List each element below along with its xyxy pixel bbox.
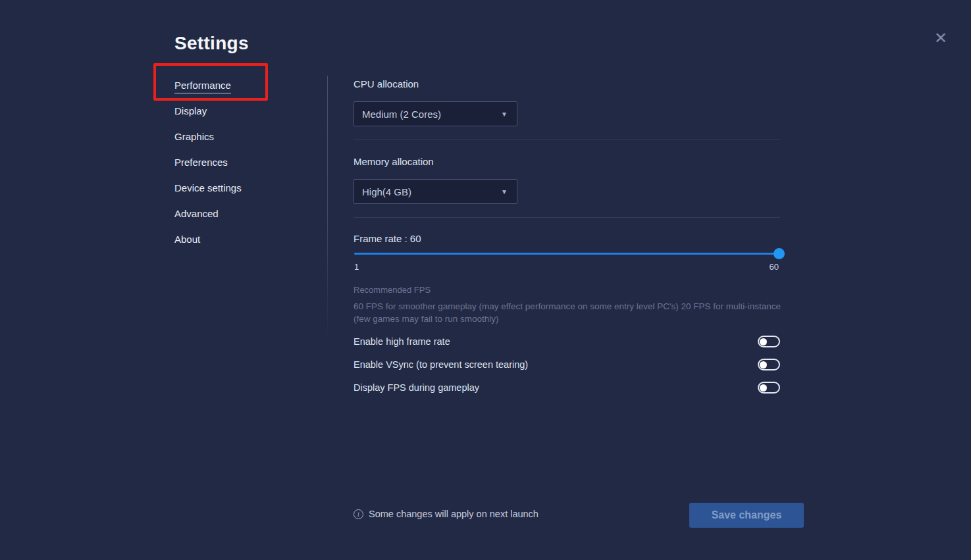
toggle-label: Enable high frame rate [354,336,450,347]
cpu-allocation-value: Medium (2 Cores) [362,109,441,120]
sidebar-item-label: Display [174,105,207,118]
toggle-knob [760,361,767,369]
toggle-knob [760,384,767,392]
slider-min-label: 1 [354,262,359,272]
frame-rate-label: Frame rate : 60 [354,233,421,244]
section-divider [354,139,780,140]
recommended-fps-title: Recommended FPS [354,285,431,295]
section-divider [354,217,780,218]
page-title: Settings [174,33,249,54]
save-changes-button[interactable]: Save changes [689,503,804,528]
sidebar-item-label: About [174,234,200,247]
memory-allocation-label: Memory allocation [354,156,434,167]
recommended-fps-body: 60 FPS for smoother gameplay (may effect… [354,300,783,325]
sidebar-item-performance[interactable]: Performance [174,80,306,105]
sidebar-item-device-settings[interactable]: Device settings [174,182,306,208]
cpu-allocation-dropdown[interactable]: Medium (2 Cores) ▼ [354,101,517,126]
settings-dialog: Settings ✕ Performance Display Graphics … [0,0,971,560]
toggle-row-high-frame-rate: Enable high frame rate [354,334,780,349]
footer-note: i Some changes will apply on next launch [354,509,538,519]
toggle-label: Enable VSync (to prevent screen tearing) [354,359,528,370]
toggle-knob [760,338,767,345]
sidebar-item-label: Graphics [174,131,214,144]
toggle-row-display-fps: Display FPS during gameplay [354,380,780,395]
sidebar-item-label: Preferences [174,157,228,170]
footer-note-text: Some changes will apply on next launch [369,509,538,519]
frame-rate-slider[interactable] [354,253,779,255]
sidebar-item-about[interactable]: About [174,234,306,259]
toggle-label: Display FPS during gameplay [354,382,479,393]
slider-max-label: 60 [752,262,779,272]
high-frame-rate-toggle[interactable] [758,336,780,347]
chevron-down-icon: ▼ [501,111,508,118]
sidebar-item-label: Performance [174,80,231,93]
memory-allocation-dropdown[interactable]: High(4 GB) ▼ [354,179,517,204]
sidebar-divider [327,76,328,339]
cpu-allocation-label: CPU allocation [354,78,419,89]
close-icon[interactable]: ✕ [932,29,950,47]
sidebar-item-advanced[interactable]: Advanced [174,208,306,234]
settings-nav: Performance Display Graphics Preferences… [174,80,306,259]
display-fps-toggle[interactable] [758,382,780,394]
sidebar-item-display[interactable]: Display [174,105,306,131]
slider-handle[interactable] [774,248,785,259]
sidebar-item-label: Advanced [174,208,219,221]
vsync-toggle[interactable] [758,359,780,370]
info-icon: i [354,509,363,519]
chevron-down-icon: ▼ [501,188,508,195]
memory-allocation-value: High(4 GB) [362,186,411,197]
sidebar-item-preferences[interactable]: Preferences [174,157,306,182]
toggle-row-vsync: Enable VSync (to prevent screen tearing) [354,357,780,372]
sidebar-item-graphics[interactable]: Graphics [174,131,306,157]
sidebar-item-label: Device settings [174,182,242,195]
